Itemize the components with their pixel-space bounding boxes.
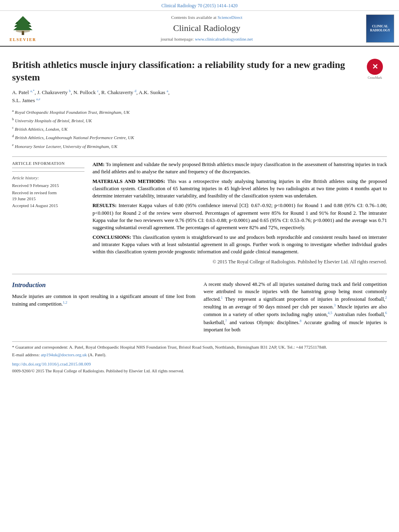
affiliation-e: e Honorary Senior Lecturer, University o… xyxy=(12,142,387,150)
journal-homepage: journal homepage: www.clinicalradiologyo… xyxy=(47,36,366,42)
email-footnote: E-mail address: atp194uk@doctors.org.uk … xyxy=(12,352,387,358)
journal-logo-image: CLINICALRADIOLOGY xyxy=(366,14,394,43)
abstract-results: RESULTS: Interrater Kappa values of 0.80… xyxy=(93,202,387,231)
affiliation-b: b University Hospitals of Bristol, Brist… xyxy=(12,116,387,124)
received-date: Received 9 February 2015 xyxy=(12,183,84,189)
doi-link[interactable]: http://dx.doi.org/10.1016/j.crad.2015.08… xyxy=(12,362,91,366)
footnotes: * Guarantor and correspondent: A. Patel,… xyxy=(12,341,387,358)
affiliation-a: a Royal Orthopaedic Hospital Foundation … xyxy=(12,108,387,116)
crossmark-label: CrossMark xyxy=(363,76,387,80)
svg-point-7 xyxy=(15,25,16,27)
mm-label: MATERIALS AND METHODS: xyxy=(93,179,165,184)
article-info-label: ARTICLE INFORMATION xyxy=(12,161,84,168)
affiliation-c: c British Athletics, London, UK xyxy=(12,125,387,133)
history-label: Article history: xyxy=(12,175,84,181)
info-separator xyxy=(12,171,84,172)
conclusions-text: This classification system is straightfo… xyxy=(93,234,387,255)
affiliations: a Royal Orthopaedic Hospital Foundation … xyxy=(12,108,387,150)
ref-2: 2 xyxy=(385,296,387,300)
journal-info: Contents lists available at ScienceDirec… xyxy=(47,14,366,43)
citation-text: Clinical Radiology 70 (2015) 1414–1420 xyxy=(161,3,238,8)
aim-text: To implement and validate the newly prop… xyxy=(93,162,387,175)
abstract-aim: AIM: To implement and validate the newly… xyxy=(93,161,387,175)
affiliation-d: d British Athletics, Loughborough Nation… xyxy=(12,133,387,141)
article-title: British athletics muscle injury classifi… xyxy=(12,59,387,84)
elsevier-logo: ELSEVIER xyxy=(5,14,41,43)
abstract: AIM: To implement and validate the newly… xyxy=(93,161,387,266)
svg-point-6 xyxy=(28,22,30,24)
crossmark-badge: ✕ CrossMark xyxy=(363,59,387,80)
article-info-column: ARTICLE INFORMATION Article history: Rec… xyxy=(12,161,84,266)
issn-line: 0009-9260/© 2015 The Royal College of Ra… xyxy=(12,368,387,374)
separator xyxy=(12,156,387,157)
email-link[interactable]: atp194uk@doctors.org.uk xyxy=(41,352,86,357)
ref-6: 6 xyxy=(385,311,387,315)
elsevier-tree-icon xyxy=(11,14,35,36)
crossmark-icon: ✕ xyxy=(367,59,383,75)
elsevier-brand-text: ELSEVIER xyxy=(10,37,37,43)
intro-title: Introduction xyxy=(12,281,195,290)
abstract-conclusions: CONCLUSIONS: This classification system … xyxy=(93,234,387,255)
conclusions-label: CONCLUSIONS: xyxy=(93,234,131,240)
guarantor-footnote: * Guarantor and correspondent: A. Patel,… xyxy=(12,344,387,350)
intro-right: A recent study showed 48.2% of all injur… xyxy=(204,281,387,334)
ref-4-5: 4,5 xyxy=(328,311,332,315)
results-text: Interrater Kappa values of 0.80 (95% con… xyxy=(93,203,387,230)
journal-citation: Clinical Radiology 70 (2015) 1414–1420 xyxy=(0,0,399,11)
journal-name: Clinical Radiology xyxy=(47,22,366,35)
journal-header: ELSEVIER Contents lists available at Sci… xyxy=(0,11,399,47)
main-content: British athletics muscle injury classifi… xyxy=(0,47,399,374)
abstract-methods: MATERIALS AND METHODS: This was a retros… xyxy=(93,178,387,199)
ref-3: 3 xyxy=(334,303,336,307)
ref-1-2: 1,2 xyxy=(63,300,67,304)
svg-point-8 xyxy=(29,25,31,27)
accepted-date: Accepted 14 August 2015 xyxy=(12,203,84,209)
authors-line: A. Patel a,*, J. Chakraverty b, N. Pollo… xyxy=(12,88,387,104)
aim-label: AIM: xyxy=(93,162,105,167)
intro-right-text: A recent study showed 48.2% of all injur… xyxy=(204,281,387,334)
abstract-column: AIM: To implement and validate the newly… xyxy=(93,161,387,266)
svg-point-5 xyxy=(16,22,18,24)
section-separator xyxy=(12,274,387,274)
ref-7: 7 xyxy=(225,319,227,323)
ref-1: 1 xyxy=(221,296,223,300)
sciencedirect-link[interactable]: ScienceDirect xyxy=(218,15,243,20)
introduction-section: Introduction Muscle injuries are common … xyxy=(12,281,387,334)
revised-date: Received in revised form19 June 2015 xyxy=(12,190,84,202)
article-body: ARTICLE INFORMATION Article history: Rec… xyxy=(12,161,387,266)
results-label: RESULTS: xyxy=(93,203,117,208)
journal-homepage-link[interactable]: www.clinicalradiologyonline.net xyxy=(195,37,253,41)
intro-left: Introduction Muscle injuries are common … xyxy=(12,281,195,334)
science-direct-link: Contents lists available at ScienceDirec… xyxy=(47,14,366,21)
doi-line: http://dx.doi.org/10.1016/j.crad.2015.08… xyxy=(12,361,387,367)
intro-left-text: Muscle injuries are common in sport resu… xyxy=(12,293,195,308)
copyright: © 2015 The Royal College of Radiologists… xyxy=(93,259,387,265)
ref-8: 8 xyxy=(300,319,302,323)
